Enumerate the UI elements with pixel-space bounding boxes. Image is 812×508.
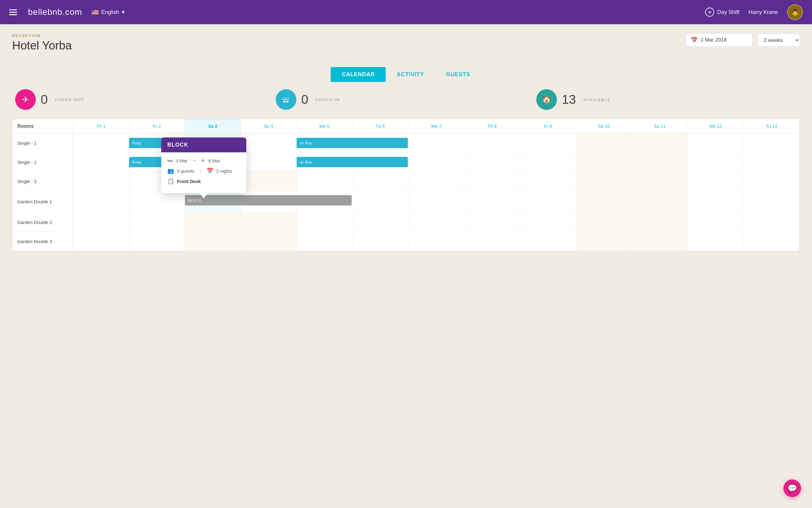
cell-we7-s2[interactable] (408, 153, 464, 171)
popup-notes: Front Desk (177, 179, 201, 184)
hotel-name: Hotel Yorba (12, 39, 72, 52)
cell-fr9-gd1[interactable] (520, 191, 576, 212)
cell-fr9-s1[interactable] (520, 133, 576, 152)
popup-nights: 3 nights (216, 168, 232, 174)
cell-sa3-gd1[interactable]: BLOCK (185, 191, 241, 212)
cell-su11-gd1[interactable] (632, 191, 688, 212)
section-label: RECEPTION (12, 33, 72, 38)
cell-fr9-s3[interactable] (520, 172, 576, 190)
tab-guests[interactable]: GUESTS (435, 67, 481, 82)
guests-icon: 👥 (167, 168, 174, 174)
logo: bellebnb.com (28, 7, 82, 17)
notes-icon: 📋 (167, 178, 174, 184)
cell-tu13-gd1[interactable] (744, 191, 800, 212)
col-mo5: Mo 5 (297, 119, 353, 133)
col-tu6: Tu 6 (353, 119, 408, 133)
view-selector[interactable]: 2 weeks 1 week 1 month (757, 34, 800, 47)
cell-th8-s3[interactable] (464, 172, 520, 190)
table-row: Garden Double 1 BLOCK (12, 191, 800, 213)
calendar-header: Rooms Th 1 Fr 2 Sa 3 Su 4 Mo 5 Tu 6 We 7… (12, 119, 800, 133)
cell-th8-s1[interactable] (464, 133, 520, 152)
cell-mo5-s3[interactable] (297, 172, 353, 190)
booking-ovros-s2[interactable]: ov Ros (297, 157, 408, 167)
table-row: Single - 2 Rody ov Ros (12, 153, 800, 172)
cell-su11-s3[interactable] (632, 172, 688, 190)
popup-body: 🛏 3 Mar → ✈ 6 Mar 👥 0 guests | 📅 3 night… (161, 152, 246, 193)
cell-mo12-s1[interactable] (688, 133, 744, 152)
tab-calendar[interactable]: CALENDAR (331, 67, 385, 82)
cell-th1-s2[interactable] (73, 153, 129, 171)
cell-we7-s3[interactable] (408, 172, 464, 190)
chat-icon: 💬 (787, 484, 797, 493)
cell-tu13-s3[interactable] (744, 172, 800, 190)
cell-su4-s2[interactable] (241, 153, 297, 171)
cell-mo12-s3[interactable] (688, 172, 744, 190)
cell-su4-s3[interactable] (241, 172, 297, 190)
cell-sa10-s2[interactable] (576, 153, 632, 171)
col-su11: Su 11 (632, 119, 688, 133)
popup-dates-row: 🛏 3 Mar → ✈ 6 Mar (167, 157, 240, 164)
checkin-count: 0 (301, 92, 308, 107)
booking-ovros-s1[interactable]: ov Ros (297, 138, 408, 148)
col-th8: Th 8 (464, 119, 520, 133)
avatar[interactable]: 👨 (787, 4, 803, 20)
tab-activity[interactable]: ACTIVITY (385, 67, 435, 82)
cell-mo12-s2[interactable] (688, 153, 744, 171)
chat-button[interactable]: 💬 (783, 479, 801, 497)
table-row: Garden Double 2 (12, 213, 800, 232)
cell-tu6-s3[interactable] (353, 172, 408, 190)
cell-th1-s3[interactable] (73, 172, 129, 190)
bell-icon: 🛎 (282, 95, 290, 104)
popup-guests-row: 👥 0 guests | 📅 3 nights (167, 168, 240, 174)
shift-selector[interactable]: ☀ Day Shift (705, 8, 739, 17)
cell-fr2-gd1[interactable] (129, 191, 185, 212)
shift-label: Day Shift (717, 9, 739, 15)
cell-tu6-gd1[interactable] (353, 191, 408, 212)
cell-mo5-s2[interactable]: ov Ros (297, 153, 353, 171)
date-value: 1 Mar 2018 (700, 37, 727, 43)
cell-mo12-gd1[interactable] (688, 191, 744, 212)
cell-mo5-s1[interactable]: ov Ros (297, 133, 353, 152)
header: bellebnb.com 🇺🇸 English ▾ ☀ Day Shift Ha… (0, 0, 812, 24)
popup-notes-row: 📋 Front Desk (167, 178, 240, 184)
checkin-stat: 🛎 0 CHECK-IN (276, 89, 536, 110)
bed-icon: 🛏 (167, 158, 173, 164)
col-fr2: Fr 2 (129, 119, 185, 133)
cell-tu13-s1[interactable] (744, 133, 800, 152)
cell-sa10-s3[interactable] (576, 172, 632, 190)
popup-date-from: 3 Mar (176, 158, 187, 163)
cell-we7-gd1[interactable] (408, 191, 464, 212)
cell-we7-s1[interactable] (408, 133, 464, 152)
checkout-label: CHECK-OUT (55, 97, 84, 102)
col-mo12: Mo 12 (688, 119, 744, 133)
col-th1: Th 1 (73, 119, 129, 133)
cell-th1-gd1[interactable] (73, 191, 129, 212)
cell-tu13-s2[interactable] (744, 153, 800, 171)
cell-th8-gd1[interactable] (464, 191, 520, 212)
block-booking-gd1[interactable]: BLOCK (185, 195, 352, 205)
cell-th1-s1[interactable] (73, 133, 129, 152)
language-selector[interactable]: 🇺🇸 English ▾ (91, 8, 124, 16)
house-icon: 🏠 (542, 95, 552, 104)
cell-su11-s2[interactable] (632, 153, 688, 171)
cell-fr9-s2[interactable] (520, 153, 576, 171)
room-name: Garden Double 1 (12, 191, 73, 212)
cell-th8-s2[interactable] (464, 153, 520, 171)
available-stat: 🏠 13 AVAILABLE (536, 89, 797, 110)
flag-icon: 🇺🇸 (91, 8, 99, 16)
cell-sa10-s1[interactable] (576, 133, 632, 152)
table-row: Single - 1 Rody ov Ros (12, 133, 800, 153)
popup-guests: 0 guests (177, 168, 194, 174)
checkin-label: CHECK-IN (316, 97, 340, 102)
date-picker[interactable]: 📅 1 Mar 2018 (686, 33, 753, 47)
cell-su11-s1[interactable] (632, 133, 688, 152)
rooms-header: Rooms (12, 119, 73, 133)
cell-su4-s1[interactable] (241, 133, 297, 152)
menu-button[interactable] (9, 9, 17, 15)
cell-sa10-gd1[interactable] (576, 191, 632, 212)
table-row: Single - 3 (12, 172, 800, 191)
col-tu13: Tu 13 (744, 119, 800, 133)
room-name: Garden Double 3 (12, 232, 73, 251)
header-right: ☀ Day Shift Harry Krane 👨 (705, 4, 803, 20)
tabs: CALENDAR ACTIVITY GUESTS (12, 67, 800, 82)
